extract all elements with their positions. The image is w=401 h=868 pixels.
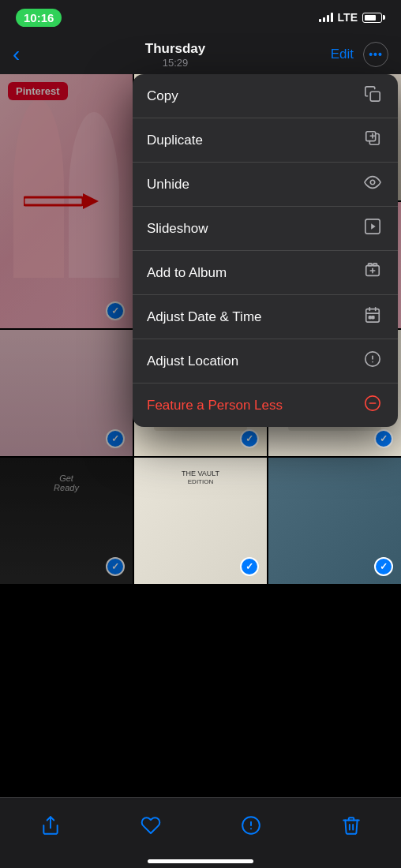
share-button[interactable] xyxy=(33,808,68,843)
info-button[interactable] xyxy=(234,808,268,843)
signal-bar-1 xyxy=(319,19,321,22)
svg-rect-11 xyxy=(373,264,377,266)
nav-subtitle: 15:29 xyxy=(145,57,206,69)
battery-icon xyxy=(362,13,385,23)
status-right: LTE xyxy=(319,11,385,24)
delete-button[interactable] xyxy=(334,808,369,843)
svg-point-6 xyxy=(370,180,375,185)
nav-title: Thursday xyxy=(145,41,206,57)
add-album-icon xyxy=(362,262,384,283)
battery-fill xyxy=(365,15,376,21)
svg-rect-19 xyxy=(372,316,374,319)
photo-item[interactable]: THE VAULTEDITION ✓ xyxy=(134,458,267,584)
photo-item[interactable]: ✓ xyxy=(268,458,401,584)
nav-bar: ‹ Thursday 15:29 Edit ••• xyxy=(0,35,401,74)
menu-item-add-to-album-label: Add to Album xyxy=(147,265,227,281)
location-info-icon xyxy=(362,350,384,372)
menu-item-duplicate[interactable]: Duplicate xyxy=(133,118,398,163)
menu-item-adjust-location-label: Adjust Location xyxy=(147,354,238,369)
check-badge: ✓ xyxy=(374,429,393,448)
signal-bar-2 xyxy=(323,17,325,22)
eye-icon xyxy=(362,174,384,195)
menu-item-add-to-album[interactable]: Add to Album xyxy=(133,251,398,295)
minus-circle-icon xyxy=(362,395,384,416)
menu-item-slideshow[interactable]: Slideshow xyxy=(133,207,398,251)
check-badge: ✓ xyxy=(240,557,259,576)
svg-rect-14 xyxy=(366,309,380,323)
context-menu: Copy Duplicate Unhide S xyxy=(133,74,398,427)
menu-item-adjust-date[interactable]: Adjust Date & Time xyxy=(133,295,398,339)
more-icon: ••• xyxy=(369,48,383,61)
menu-item-feature-less[interactable]: Feature a Person Less xyxy=(133,383,398,427)
menu-item-unhide[interactable]: Unhide xyxy=(133,163,398,207)
signal-bar-3 xyxy=(327,15,329,22)
battery-tip xyxy=(383,15,385,20)
menu-item-adjust-date-label: Adjust Date & Time xyxy=(147,309,262,325)
signal-bars xyxy=(319,13,333,22)
duplicate-icon xyxy=(362,129,384,151)
lte-label: LTE xyxy=(338,11,358,24)
context-menu-dim xyxy=(0,74,133,797)
nav-actions: Edit ••• xyxy=(331,42,388,67)
menu-item-adjust-location[interactable]: Adjust Location xyxy=(133,339,398,383)
menu-item-copy[interactable]: Copy xyxy=(133,74,398,118)
nav-title-group: Thursday 15:29 xyxy=(145,41,206,69)
home-indicator xyxy=(148,859,253,863)
menu-item-slideshow-label: Slideshow xyxy=(147,221,208,237)
svg-rect-2 xyxy=(370,92,380,101)
check-badge: ✓ xyxy=(240,429,259,448)
calendar-icon xyxy=(362,306,384,327)
svg-rect-10 xyxy=(369,264,373,266)
check-badge: ✓ xyxy=(374,557,393,576)
svg-marker-8 xyxy=(371,223,376,229)
menu-item-duplicate-label: Duplicate xyxy=(147,133,203,148)
bottom-toolbar xyxy=(0,797,401,868)
edit-button[interactable]: Edit xyxy=(331,47,354,62)
like-button[interactable] xyxy=(133,808,168,843)
more-button[interactable]: ••• xyxy=(363,42,388,67)
copy-icon xyxy=(362,85,384,107)
menu-item-unhide-label: Unhide xyxy=(147,177,189,193)
svg-rect-18 xyxy=(369,316,371,319)
battery-body xyxy=(362,13,382,23)
menu-item-copy-label: Copy xyxy=(147,88,178,104)
status-bar: 10:16 LTE xyxy=(0,0,401,35)
back-button[interactable]: ‹ xyxy=(13,42,20,67)
status-time: 10:16 xyxy=(16,9,62,27)
menu-item-feature-less-label: Feature a Person Less xyxy=(147,398,283,413)
play-icon xyxy=(362,218,384,239)
signal-bar-4 xyxy=(331,13,333,22)
